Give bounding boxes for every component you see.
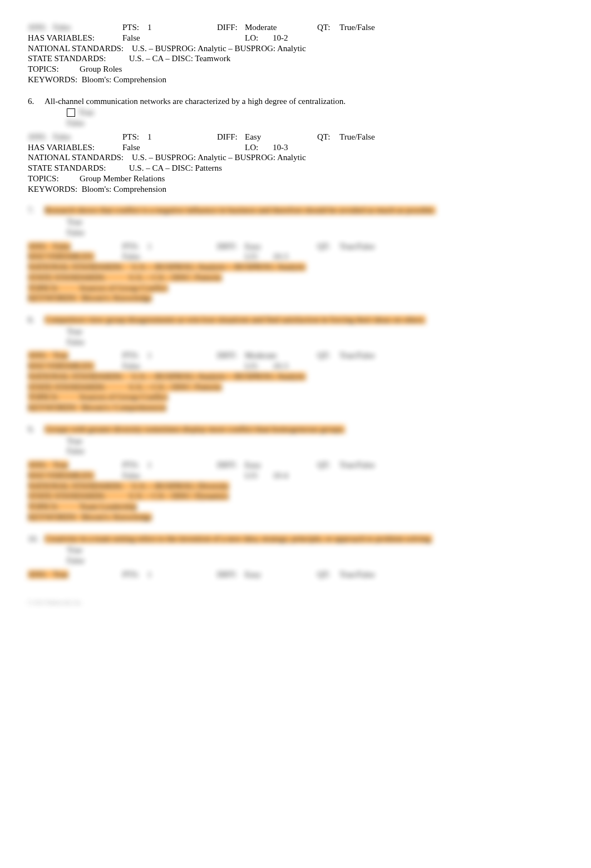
option-true-row: True: [67, 436, 563, 447]
question-text: Competitors view group disagreements as …: [45, 315, 563, 325]
state-standards: STATE STANDARDS: U.S. – CA – DISC: Patte…: [28, 163, 563, 173]
diff-label: DIFF:: [217, 460, 245, 470]
lo-label: LO:: [245, 251, 273, 262]
hv-label: HAS VARIABLES:: [28, 361, 122, 371]
pts-value: 1: [147, 22, 217, 33]
lo-value: 10-3: [273, 361, 339, 371]
ans-label: ANS: True: [28, 569, 122, 580]
qt-label: QT:: [317, 22, 339, 33]
diff-label: DIFF:: [217, 132, 245, 142]
question-text: Groups with greater diversity sometimes …: [45, 424, 563, 435]
keywords: KEYWORDS: Bloom's: Knowledge: [28, 512, 563, 523]
meta-row-1: ANS: False PTS: 1 DIFF: Easy QT: True/Fa…: [28, 241, 563, 252]
qt-value: True/False: [339, 350, 406, 361]
lo-value: 10-3: [273, 251, 339, 262]
option-true-row: True: [67, 107, 563, 118]
keywords: KEYWORDS: Bloom's: Comprehension: [28, 403, 563, 413]
state-standards: STATE STANDARDS: U.S. – CA – DISC: Dynam…: [28, 491, 563, 502]
option-false-label: False: [67, 118, 85, 128]
question-7: 7. Research shows that conflict is a neg…: [28, 205, 563, 216]
hv-value: False: [122, 251, 245, 262]
qt-value: True/False: [339, 22, 406, 33]
question-8-block: 8. Competitors view group disagreements …: [28, 315, 563, 413]
lo-label: LO:: [245, 142, 273, 153]
qt-label: QT:: [317, 132, 339, 142]
national-standards: NATIONAL STANDARDS: U.S. – BUSPROG: Anal…: [28, 43, 563, 54]
pts-value: 1: [147, 241, 217, 252]
pts-label: PTS:: [122, 132, 147, 142]
qt-label: QT:: [317, 241, 339, 252]
options: True False: [67, 326, 563, 348]
option-true-label: True: [67, 326, 82, 337]
topics: TOPICS: Sources of Group Conflict: [28, 392, 563, 403]
question-number: 7.: [28, 205, 45, 216]
pts-value: 1: [147, 460, 217, 470]
meta-row-2: HAS VARIABLES: False LO: 10-4: [28, 470, 563, 481]
option-false-row: False: [67, 446, 563, 457]
diff-label: DIFF:: [217, 569, 245, 580]
question-9: 9. Groups with greater diversity sometim…: [28, 424, 563, 435]
national-standards: NATIONAL STANDARDS: U.S. – BUSPROG: Dive…: [28, 481, 563, 492]
meta-row-1: ANS: False PTS: 1 DIFF: Easy QT: True/Fa…: [28, 132, 563, 142]
hv-label: HAS VARIABLES:: [28, 251, 122, 262]
topics: TOPICS: Group Roles: [28, 64, 563, 75]
question-text: All-channel communication networks are c…: [45, 96, 563, 107]
state-standards: STATE STANDARDS: U.S. – CA – DISC: Patte…: [28, 272, 563, 283]
diff-value: Easy: [245, 132, 317, 142]
qt-value: True/False: [339, 132, 406, 142]
question-number: 6.: [28, 96, 45, 107]
option-false-row: False: [67, 555, 563, 566]
pts-label: PTS:: [122, 22, 147, 33]
diff-value: Easy: [245, 569, 317, 580]
option-true-label: True: [67, 217, 82, 227]
qt-label: QT:: [317, 350, 339, 361]
question-6-block: 6. All-channel communication networks ar…: [28, 96, 563, 195]
option-true-row: True: [67, 326, 563, 337]
hv-value: False: [122, 142, 245, 153]
diff-label: DIFF:: [217, 241, 245, 252]
hv-label: HAS VARIABLES:: [28, 470, 122, 481]
topics: TOPICS: Group Member Relations: [28, 173, 563, 184]
question-7-block: 7. Research shows that conflict is a neg…: [28, 205, 563, 304]
option-false-label: False: [67, 227, 85, 238]
options: True False: [67, 107, 563, 128]
question-8: 8. Competitors view group disagreements …: [28, 315, 563, 325]
pts-value: 1: [147, 350, 217, 361]
diff-value: Moderate: [245, 22, 317, 33]
option-false-label: False: [67, 555, 85, 566]
pts-label: PTS:: [122, 350, 147, 361]
question-number: 10.: [28, 534, 45, 544]
qt-label: QT:: [317, 460, 339, 470]
topics: TOPICS: Sources of Group Conflict: [28, 283, 563, 294]
pts-value: 1: [147, 132, 217, 142]
checkbox-icon[interactable]: [67, 108, 75, 117]
meta-row-2: HAS VARIABLES: False LO: 10-3: [28, 251, 563, 262]
hv-label: HAS VARIABLES:: [28, 33, 122, 43]
options: True False: [67, 436, 563, 457]
qt-value: True/False: [339, 241, 406, 252]
copyright-text: © 2014 Wadsworth, Inc.: [28, 599, 82, 606]
options: True False: [67, 545, 563, 566]
ans-label: ANS: False: [28, 22, 122, 33]
pts-value: 1: [147, 569, 217, 580]
option-true-label: True: [67, 545, 82, 555]
ans-label: ANS: False: [28, 132, 122, 142]
national-standards: NATIONAL STANDARDS: U.S. – BUSPROG: Anal…: [28, 371, 563, 382]
ans-label: ANS: True: [28, 460, 122, 470]
option-false-row: False: [67, 337, 563, 348]
pts-label: PTS:: [122, 569, 147, 580]
state-standards: STATE STANDARDS: U.S. – CA – DISC: Patte…: [28, 382, 563, 393]
national-standards: NATIONAL STANDARDS: U.S. – BUSPROG: Anal…: [28, 152, 563, 163]
option-true-row: True: [67, 217, 563, 227]
diff-label: DIFF:: [217, 350, 245, 361]
lo-value: 10-3: [273, 142, 339, 153]
diff-label: DIFF:: [217, 22, 245, 33]
page-footer: © 2014 Wadsworth, Inc.: [28, 597, 563, 622]
options: True False: [67, 217, 563, 238]
meta-row-1: ANS: True PTS: 1 DIFF: Easy QT: True/Fal…: [28, 460, 563, 470]
qt-label: QT:: [317, 569, 339, 580]
pts-label: PTS:: [122, 460, 147, 470]
meta-row-1: ANS: False PTS: 1 DIFF: Moderate QT: Tru…: [28, 22, 563, 33]
keywords: KEYWORDS: Bloom's: Comprehension: [28, 75, 563, 85]
national-standards: NATIONAL STANDARDS: U.S. – BUSPROG: Anal…: [28, 262, 563, 272]
